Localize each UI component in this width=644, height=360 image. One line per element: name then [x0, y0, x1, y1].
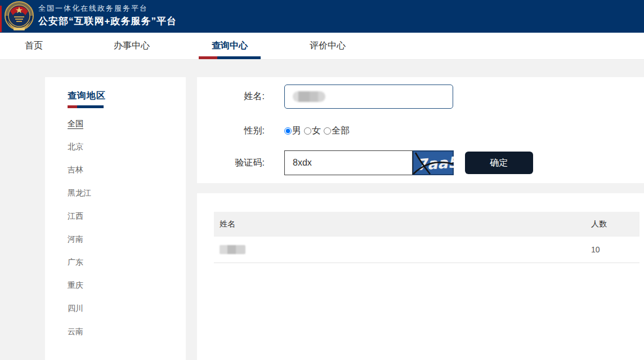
nav-tab-home[interactable]: 首页 — [25, 33, 43, 59]
gender-radio-all[interactable] — [324, 127, 331, 135]
region-item-yunnan[interactable]: 云南 — [68, 327, 186, 336]
nav-tab-query-center[interactable]: 查询中心 — [212, 33, 248, 59]
app-header: 全国一体化在线政务服务平台 公安部“互联网+政务服务”平台 — [0, 0, 644, 33]
platform-title: 公安部“互联网+政务服务”平台 — [38, 15, 177, 28]
results-panel: 姓名 人数 10 — [197, 193, 644, 360]
column-header-name: 姓名 — [214, 212, 585, 237]
name-input[interactable] — [284, 85, 453, 109]
gender-option-male-label: 男 — [292, 125, 301, 137]
gender-radio-group: 男 女 全部 — [284, 125, 352, 137]
gender-option-all[interactable]: 全部 — [324, 125, 350, 137]
table-header-row: 姓名 人数 — [214, 212, 639, 237]
region-item-sichuan[interactable]: 四川 — [68, 304, 186, 313]
captcha-image[interactable]: 7aa5 — [413, 150, 454, 175]
sidebar-title-underline — [68, 105, 104, 108]
region-item-heilongjiang[interactable]: 黑龙江 — [68, 189, 186, 197]
region-list: 全国 北京 吉林 黑龙江 江西 河南 广东 重庆 四川 云南 — [68, 119, 186, 336]
cell-count: 10 — [585, 237, 639, 263]
gender-label: 性别: — [197, 125, 265, 137]
region-item-jilin[interactable]: 吉林 — [68, 166, 186, 174]
submit-button[interactable]: 确定 — [465, 152, 533, 174]
content-area: 查询地区 全国 北京 吉林 黑龙江 江西 河南 广东 重庆 四川 云南 姓名: — [0, 60, 644, 360]
region-item-quanguo[interactable]: 全国 — [68, 119, 186, 128]
primary-nav: 首页 办事中心 查询中心 评价中心 — [0, 33, 644, 60]
nav-tab-service-center[interactable]: 办事中心 — [114, 33, 150, 59]
region-item-chongqing[interactable]: 重庆 — [68, 281, 186, 290]
gender-option-female[interactable]: 女 — [304, 125, 321, 137]
table-row: 10 — [214, 237, 639, 263]
results-table: 姓名 人数 10 — [214, 212, 639, 263]
region-item-jiangxi[interactable]: 江西 — [68, 212, 186, 220]
header-red-edge — [0, 6, 2, 32]
query-form-panel: 姓名: 性别: 男 女 — [197, 77, 644, 183]
column-header-count: 人数 — [585, 212, 639, 237]
region-item-beijing[interactable]: 北京 — [68, 143, 186, 151]
platform-subtitle: 全国一体化在线政务服务平台 — [38, 3, 177, 14]
region-sidebar: 查询地区 全国 北京 吉林 黑龙江 江西 河南 广东 重庆 四川 云南 — [45, 77, 186, 360]
sidebar-title: 查询地区 — [68, 90, 186, 102]
nav-tab-query-center-label: 查询中心 — [212, 40, 248, 52]
region-item-henan[interactable]: 河南 — [68, 235, 186, 243]
cell-name — [214, 237, 585, 263]
region-item-guangdong[interactable]: 广东 — [68, 258, 186, 266]
gender-radio-female[interactable] — [304, 127, 311, 135]
police-emblem-logo — [4, 1, 34, 32]
nav-tab-evaluation-center[interactable]: 评价中心 — [310, 33, 346, 59]
active-tab-underline — [199, 56, 261, 59]
gender-option-all-label: 全部 — [332, 125, 350, 137]
gender-option-male[interactable]: 男 — [284, 125, 301, 137]
main-column: 姓名: 性别: 男 女 — [197, 77, 644, 360]
redacted-result-name-blur — [220, 245, 245, 254]
gender-radio-male[interactable] — [284, 127, 292, 135]
captcha-input[interactable] — [284, 150, 413, 175]
name-label: 姓名: — [197, 91, 265, 103]
captcha-label: 验证码: — [197, 157, 265, 169]
gender-option-female-label: 女 — [312, 125, 321, 137]
